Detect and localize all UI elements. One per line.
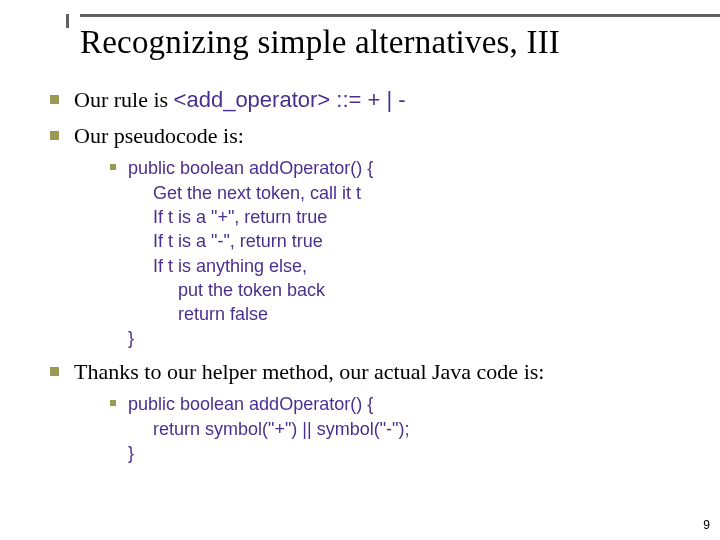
title-tick xyxy=(66,14,69,28)
pseudo-intro-text: Our pseudocode is: xyxy=(74,123,244,148)
bullet-thanks: Thanks to our helper method, our actual … xyxy=(50,357,700,466)
rule-prefix: Our rule is xyxy=(74,87,174,112)
pseudo-code-block: public boolean addOperator() { Get the n… xyxy=(128,156,700,350)
title-underline xyxy=(80,14,720,17)
page-number: 9 xyxy=(703,518,710,532)
java-code-block: public boolean addOperator() { return sy… xyxy=(128,392,700,465)
bullet-pseudocode-intro: Our pseudocode is: public boolean addOpe… xyxy=(50,121,700,351)
slide-title: Recognizing simple alternatives, III xyxy=(80,14,700,61)
title-block: Recognizing simple alternatives, III xyxy=(80,14,700,61)
bullet-list-level2-pseudo: public boolean addOperator() { Get the n… xyxy=(110,156,700,350)
bullet-list-level1: Our rule is <add_operator> ::= + | - Our… xyxy=(50,85,700,465)
slide: Recognizing simple alternatives, III Our… xyxy=(0,0,720,540)
bullet-list-level2-java: public boolean addOperator() { return sy… xyxy=(110,392,700,465)
bullet-rule: Our rule is <add_operator> ::= + | - xyxy=(50,85,700,115)
java-code-item: public boolean addOperator() { return sy… xyxy=(110,392,700,465)
pseudo-code-item: public boolean addOperator() { Get the n… xyxy=(110,156,700,350)
thanks-text: Thanks to our helper method, our actual … xyxy=(74,359,544,384)
rule-code: <add_operator> ::= + | - xyxy=(174,87,406,112)
